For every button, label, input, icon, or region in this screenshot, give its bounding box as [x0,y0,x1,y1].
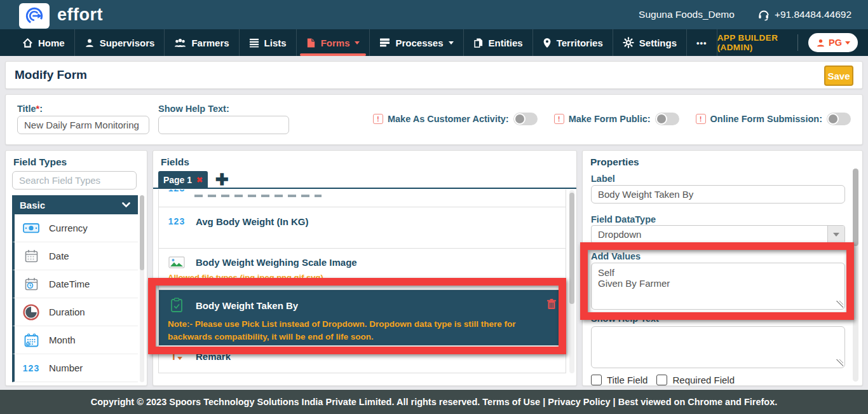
number-icon: 123 [168,216,185,226]
brand-name: effort [57,5,103,25]
required-field-option[interactable]: Required Field [656,375,735,385]
nav-item-farmers[interactable]: Farmers [165,29,239,56]
toggle-label: Make Form Public: [569,114,651,124]
scrollbar-thumb[interactable] [140,195,144,270]
user-menu-button[interactable]: PG [808,33,858,52]
scrollbar-thumb[interactable] [569,193,574,304]
nav-item-more[interactable]: ••• [687,29,717,56]
property-label-input[interactable] [591,185,845,204]
field-datatype-select[interactable]: Dropdown [591,225,845,244]
info-icon[interactable]: ! [373,114,383,124]
info-icon[interactable]: ! [554,114,564,124]
properties-scrollbar[interactable] [853,169,858,382]
effort-logo-icon[interactable] [19,3,50,29]
field-types-panel: Field Types Basic Currency [5,150,147,386]
field-type-label: Duration [49,307,85,317]
nav-item-processes[interactable]: Processes [370,29,463,56]
image-icon [168,256,185,268]
chevron-down-icon [449,41,454,45]
page-tabbar: Page 1 ✖ ✚ [153,170,576,189]
delete-field-button[interactable] [546,298,557,312]
toggle-online-submission: ! Online Form Submission: [696,113,851,125]
title-field-checkbox[interactable] [591,375,602,385]
close-tab-icon[interactable]: ✖ [196,176,203,184]
form-title-input[interactable] [17,116,149,134]
tab-page-1[interactable]: Page 1 ✖ [158,171,208,189]
customer-activity-toggle[interactable] [513,113,538,125]
field-row-remark[interactable]: T Remark [159,346,566,373]
support-phone: +91.84484.44692 [757,9,851,21]
save-button[interactable]: Save [824,66,853,86]
copyright-text: Copyright © 2023 Spoors Technology Solut… [91,397,778,407]
user-icon [816,38,825,48]
required-field-checkbox[interactable] [656,375,667,385]
divider [797,34,798,51]
nav-label: Farmers [191,38,229,48]
datetime-icon [25,277,38,291]
allowed-file-types-note: Allowed file types (jpg,jpeg,png,gif,svg… [168,273,557,282]
resize-handle[interactable] [836,301,843,308]
fields-title: Fields [161,156,189,168]
resize-handle[interactable] [836,359,843,366]
nav-label: Entities [489,38,523,48]
field-option-checkboxes: Title Field Required Field [591,375,735,385]
scrollbar-thumb[interactable] [853,169,858,246]
field-types-search-input[interactable] [12,171,137,190]
number-icon: 123 [23,363,39,373]
field-row-weighing-scale-image[interactable]: Body Weight Weighing Scale Image Allowed… [159,249,566,290]
chevron-down-icon [122,202,130,208]
fields-panel: Fields Page 1 ✖ ✚ 123 123 Avg Body Weigh… [153,150,577,386]
fields-scrollbar[interactable] [569,190,574,373]
form-meta-card: Title*: Show Help Text: ! Make As Custom… [5,94,863,145]
toggle-knob [827,113,839,125]
field-type-currency[interactable]: Currency [12,214,138,242]
nav-item-forms[interactable]: Forms [297,29,370,56]
info-icon[interactable]: ! [696,114,706,124]
field-type-datetime[interactable]: DateTime [12,270,138,298]
field-type-duration[interactable]: Duration [12,298,138,326]
field-type-label: Date [49,251,69,261]
field-row-avg-body-weight[interactable]: 123 Avg Body Weight (In KG) [159,207,566,249]
toggle-form-public: ! Make Form Public: [554,113,679,125]
person-icon [85,38,95,48]
nav-item-territories[interactable]: Territories [533,29,613,56]
title-field-label: Title*: [17,104,43,114]
show-help-text-textarea[interactable] [591,326,845,368]
accordion-basic[interactable]: Basic [12,195,138,214]
title-field-option[interactable]: Title Field [591,375,648,385]
chevron-down-icon [355,41,360,45]
field-row-body-weight-taken-by[interactable]: Body Weight Taken By Note:- Please use P… [159,290,566,346]
ellipsis-icon: ••• [696,38,707,48]
select-arrow-icon[interactable] [827,226,844,243]
add-values-textarea[interactable]: Self Given By Farmer [591,263,845,310]
headset-icon [757,9,770,21]
field-type-month[interactable]: Month [12,326,138,354]
show-help-text-label: Show Help Text [591,314,659,324]
nav-item-entities[interactable]: Entities [464,29,533,56]
duration-icon [23,304,39,321]
field-type-number[interactable]: 123 Number [12,354,138,382]
form-help-text-input[interactable] [158,116,289,134]
nav-item-supervisors[interactable]: Supervisors [75,29,165,56]
properties-title: Properties [590,156,639,168]
online-submission-toggle[interactable] [827,113,851,125]
label-field-label: Label [591,174,615,184]
field-type-date[interactable]: Date [12,242,138,270]
field-types-scrollbar[interactable] [140,195,144,382]
field-row-clipped[interactable]: 123 [159,190,566,207]
nav-item-home[interactable]: Home [13,29,75,56]
nav-item-lists[interactable]: Lists [240,29,297,56]
clipboard-check-icon [170,298,183,313]
field-type-label: DateTime [49,279,90,289]
checkbox-label: Required Field [672,375,735,385]
nav-item-settings[interactable]: Settings [613,29,687,56]
dropdown-deprecation-note: Note:- Please use Pick List instead of D… [168,318,557,343]
toggle-label: Online Form Submission: [710,114,822,124]
top-header: effort Suguna Foods_Demo +91.84484.44692 [0,0,868,29]
add-page-button[interactable]: ✚ [215,170,229,189]
field-types-title: Field Types [13,156,67,168]
nav-label: Lists [264,38,287,48]
field-type-label: Currency [49,223,88,233]
form-public-toggle[interactable] [655,113,679,125]
header-right: Suguna Foods_Demo +91.84484.44692 [639,9,851,21]
